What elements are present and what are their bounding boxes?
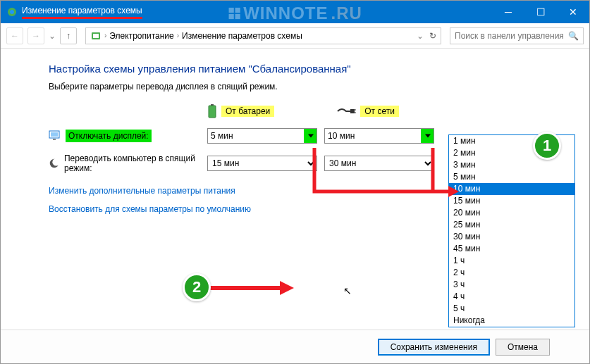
svg-rect-9 [209, 106, 216, 118]
dropdown-option[interactable]: 1 ч [449, 255, 574, 267]
select-display-ac[interactable]: 10 мин [325, 129, 434, 143]
svg-rect-5 [235, 14, 240, 19]
control-panel-icon [90, 30, 102, 42]
svg-rect-4 [228, 14, 233, 19]
dropdown-option[interactable]: 5 мин [449, 171, 574, 183]
annotation-badge-1: 1 [533, 132, 561, 160]
windows-logo-icon [228, 7, 240, 20]
dropdown-option[interactable]: 45 мин [449, 243, 574, 255]
label-display: Отключать дисплей: [66, 130, 152, 142]
svg-rect-3 [235, 8, 240, 13]
minimize-button[interactable]: ─ [492, 1, 524, 23]
nav-forward-button[interactable]: → [27, 27, 44, 44]
maximize-button[interactable]: ☐ [524, 1, 557, 23]
search-box[interactable]: 🔍 [450, 27, 584, 44]
breadcrumb-item-power[interactable]: Электропитание [109, 31, 173, 41]
dropdown-option[interactable]: 3 мин [449, 159, 574, 171]
time-dropdown[interactable]: 1 мин2 мин3 мин5 мин10 мин15 мин20 мин25… [448, 134, 575, 327]
dropdown-option[interactable]: 4 ч [449, 291, 574, 303]
close-button[interactable]: ✕ [557, 1, 589, 23]
dropdown-option[interactable]: Никогда [449, 315, 574, 327]
select-sleep-battery[interactable]: 15 мин [207, 156, 317, 171]
svg-marker-20 [280, 281, 294, 295]
dropdown-option[interactable]: 3 ч [449, 279, 574, 291]
breadcrumb-dropdown-icon[interactable]: ⌄ [417, 31, 424, 41]
window-title: Изменение параметров схемы [22, 6, 142, 19]
annotation-arrow-2 [209, 281, 294, 295]
breadcrumb[interactable]: › Электропитание › Изменение параметров … [85, 27, 441, 44]
select-display-battery[interactable]: 5 мин [208, 129, 316, 143]
nav-history-dropdown[interactable]: ⌄ [49, 31, 56, 41]
save-button[interactable]: Сохранить изменения [378, 339, 490, 356]
breadcrumb-item-current[interactable]: Изменение параметров схемы [182, 31, 302, 41]
annotation-badge-2: 2 [183, 273, 211, 301]
dropdown-option[interactable]: 15 мин [449, 195, 574, 207]
chevron-right-icon: › [104, 32, 106, 39]
dropdown-option[interactable]: 2 ч [449, 267, 574, 279]
cancel-button[interactable]: Отмена [496, 339, 550, 356]
chevron-right-icon: › [177, 32, 179, 39]
titlebar: Изменение параметров схемы WINNOTE.RU ─ … [1, 1, 589, 23]
header-battery: От батареи [207, 104, 274, 118]
search-input[interactable] [455, 31, 568, 41]
nav-back-button[interactable]: ← [6, 27, 23, 44]
dropdown-option[interactable]: 30 мин [449, 231, 574, 243]
svg-rect-10 [350, 109, 355, 113]
footer: Сохранить изменения Отмена [1, 330, 589, 363]
annotation-arrow-1b [429, 148, 457, 193]
dropdown-option[interactable]: 25 мин [449, 219, 574, 231]
header-ac: От сети [336, 104, 399, 118]
svg-point-17 [52, 158, 60, 166]
dropdown-option[interactable]: 20 мин [449, 207, 574, 219]
label-sleep: Переводить компьютер в спящий режим: [64, 153, 207, 173]
svg-rect-15 [53, 139, 56, 140]
page-title: Настройка схемы управления питанием "Сба… [49, 63, 551, 75]
svg-rect-14 [51, 132, 58, 137]
cursor-icon: ↖ [343, 285, 352, 296]
page-subtitle: Выберите параметры перевода дисплея в сп… [49, 82, 551, 92]
svg-rect-2 [228, 8, 233, 13]
app-icon [6, 6, 18, 18]
dropdown-option[interactable]: 5 ч [449, 303, 574, 315]
toolbar: ← → ⌄ ↑ › Электропитание › Изменение пар… [1, 23, 589, 49]
monitor-icon [49, 130, 61, 142]
nav-up-button[interactable]: ↑ [60, 27, 77, 44]
search-icon[interactable]: 🔍 [568, 31, 579, 41]
watermark: WINNOTE.RU [228, 4, 362, 23]
refresh-icon[interactable]: ↻ [429, 31, 436, 41]
battery-icon [207, 104, 217, 118]
moon-icon [49, 157, 60, 170]
column-headers: От батареи От сети [207, 104, 551, 118]
plug-icon [336, 106, 356, 117]
svg-point-1 [10, 10, 14, 14]
dropdown-option[interactable]: 10 мин [449, 183, 574, 195]
svg-rect-7 [93, 34, 99, 38]
